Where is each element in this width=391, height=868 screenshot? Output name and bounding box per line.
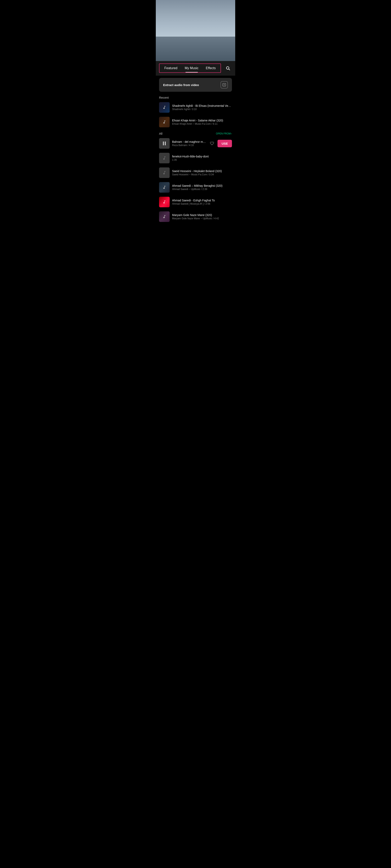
track-info-all-2: fenekot-Hush-little-baby-dont 1:35 [172, 155, 232, 161]
recent-item-2[interactable]: Ehsan Khaje Amiri - Salame Akhar (320) E… [156, 115, 235, 129]
track-thumb-all-2 [159, 153, 170, 163]
all-section-label: All [159, 132, 163, 135]
track-info-all-1: Bahram - del maghror mara bebin · Reza B… [172, 140, 206, 147]
svg-line-1 [229, 69, 230, 70]
svg-rect-5 [165, 142, 166, 146]
all-item-3[interactable]: Saeid Hosseini - Heykalet Boland (320) S… [156, 165, 235, 180]
tabs-container: Featured My Music Effects [159, 63, 221, 73]
recent-section-label: Recent [156, 94, 235, 100]
tab-bar: Featured My Music Effects [156, 61, 235, 75]
all-item-5[interactable]: Ahmad Saeedi - Eshgh Faghat To Ahmad Sae… [156, 195, 235, 209]
track-info-1: Shadmehr Aghili - Bi Ehsas (Instrumental… [172, 104, 232, 111]
track-title-all-5: Ahmad Saeedi - Eshgh Faghat To [172, 199, 232, 202]
video-preview [156, 0, 235, 61]
use-button-1[interactable]: USE [218, 140, 232, 147]
track-thumb-playing [159, 138, 170, 149]
track-subtitle-all-1: Reza Bahram / 4:10 [172, 144, 206, 147]
track-thumb-all-4 [159, 182, 170, 193]
track-info-all-4: Ahmad Saeedi – Mikhay Beraghsi (320) Ahm… [172, 184, 232, 191]
recent-item-1[interactable]: Shadmehr Aghili - Bi Ehsas (Instrumental… [156, 100, 235, 115]
track-subtitle-all-5: Ahmad Saeedi [ Musicya.iR ] / 2:56 [172, 203, 232, 205]
all-item-4[interactable]: Ahmad Saeedi – Mikhay Beraghsi (320) Ahm… [156, 180, 235, 195]
track-info-all-5: Ahmad Saeedi - Eshgh Faghat To Ahmad Sae… [172, 199, 232, 205]
tab-mymusic[interactable]: My Music [181, 65, 202, 72]
water-area [156, 37, 235, 61]
track-title-1: Shadmehr Aghili - Bi Ehsas (Instrumental… [172, 104, 232, 107]
track-info-all-3: Saeid Hosseini - Heykalet Boland (320) S… [172, 169, 232, 176]
open-from-button[interactable]: OPEN FROM › [216, 132, 232, 135]
track-thumb-all-6 [159, 211, 170, 222]
track-subtitle-all-6: Maryam Gole Naze Mane ~ UpMusic / 4:42 [172, 217, 232, 220]
favorite-button-1[interactable] [209, 141, 215, 147]
track-title-all-6: Maryam Gole Naze Mane (320) [172, 213, 232, 217]
track-subtitle-all-4: Ahmad Saeedi ~ UpMusic / 2:39 [172, 188, 232, 191]
track-subtitle-1: Shadmehr Aghili / 3:10 [172, 108, 232, 111]
all-item-1[interactable]: Bahram - del maghror mara bebin · Reza B… [156, 136, 235, 151]
track-subtitle-all-3: Saeid Hosseini ~ Music-Fa.Com / 0:34 [172, 173, 232, 176]
track-thumb-all-3 [159, 167, 170, 178]
tab-featured[interactable]: Featured [161, 65, 180, 72]
track-thumb-1 [159, 102, 170, 113]
all-section-header: All OPEN FROM › [156, 129, 235, 136]
track-title-all-4: Ahmad Saeedi – Mikhay Beraghsi (320) [172, 184, 232, 187]
track-title-all-3: Saeid Hosseini - Heykalet Boland (320) [172, 169, 232, 173]
track-info-all-6: Maryam Gole Naze Mane (320) Maryam Gole … [172, 213, 232, 220]
all-item-2[interactable]: fenekot-Hush-little-baby-dont 1:35 [156, 151, 235, 165]
sky-area [156, 0, 235, 37]
video-play-icon [221, 81, 228, 89]
search-button[interactable] [224, 64, 232, 72]
all-item-6[interactable]: Maryam Gole Naze Mane (320) Maryam Gole … [156, 209, 235, 224]
track-title-all-2: fenekot-Hush-little-baby-dont [172, 155, 232, 158]
open-from-label: OPEN FROM [216, 132, 231, 135]
extract-banner-text: Extract audio from video [163, 83, 199, 87]
track-title-all-1: Bahram - del maghror mara bebin · [172, 140, 206, 144]
extract-audio-banner[interactable]: Extract audio from video [159, 78, 232, 92]
track-thumb-all-5 [159, 197, 170, 207]
tab-effects[interactable]: Effects [203, 65, 219, 72]
track-subtitle-2: Ehsan Khaje Amiri ~ Music-Fa.Com / 6:11 [172, 122, 232, 125]
track-thumb-2 [159, 117, 170, 127]
chevron-right-icon: › [231, 132, 232, 135]
track-info-2: Ehsan Khaje Amiri - Salame Akhar (320) E… [172, 119, 232, 125]
track-subtitle-all-2: 1:35 [172, 158, 232, 161]
track-title-2: Ehsan Khaje Amiri - Salame Akhar (320) [172, 119, 232, 122]
svg-rect-4 [163, 142, 164, 146]
svg-marker-3 [224, 84, 225, 86]
